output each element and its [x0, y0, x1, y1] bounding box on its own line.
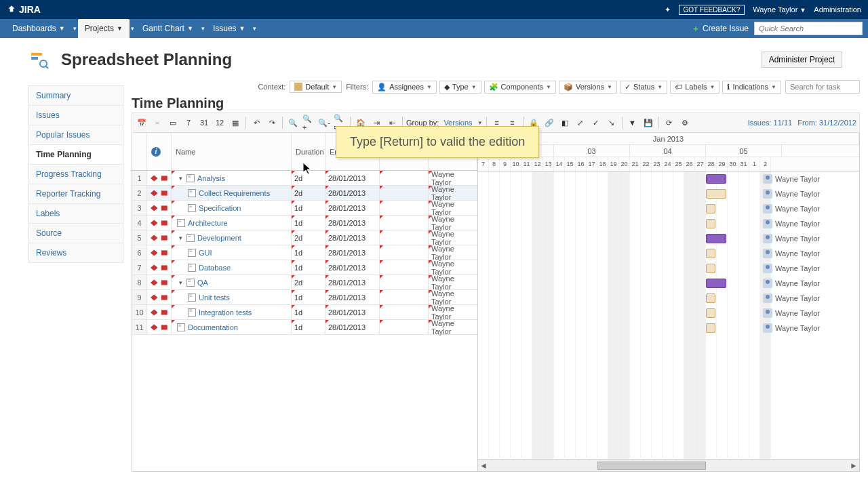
table-row[interactable]: 7Database1d28/01/2013Wayne Taylor [132, 260, 477, 275]
context-dropdown[interactable]: Default▼ [290, 81, 342, 93]
task-link[interactable]: Unit tests [199, 293, 230, 302]
redo-icon[interactable]: ↷ [265, 116, 279, 129]
view-31-icon[interactable]: 31 [197, 116, 211, 129]
predecessors-cell[interactable] [380, 230, 429, 245]
nav-issues[interactable]: Issues ▼ [206, 19, 252, 38]
gantt-bar[interactable] [706, 279, 726, 288]
task-link[interactable]: Development [197, 234, 241, 242]
sidebar-item-source[interactable]: Source [28, 224, 123, 243]
task-link[interactable]: Specification [199, 204, 241, 212]
table-row[interactable]: 3Specification1d28/01/2013Wayne Taylor [132, 201, 477, 216]
nav-dashboards[interactable]: Dashboards ▼ [5, 19, 72, 38]
gantt-bar[interactable] [706, 174, 726, 184]
assignee-cell[interactable]: Wayne Taylor [429, 320, 477, 334]
scroll-left-arrow[interactable]: ◄ [478, 461, 489, 470]
assignee-cell[interactable]: Wayne Taylor [429, 275, 477, 289]
filter-components[interactable]: 🧩Components▼ [484, 81, 556, 94]
table-row[interactable]: 4Architecture1d28/01/2013Wayne Taylor [132, 216, 477, 230]
quick-search-input[interactable] [754, 22, 863, 35]
assignee-cell[interactable]: Wayne Taylor [429, 216, 477, 230]
task-name-cell[interactable]: Specification [172, 201, 292, 215]
end-cell[interactable]: 28/01/2013 [326, 290, 380, 304]
gantt-bar[interactable] [706, 323, 715, 333]
gantt-bar[interactable] [706, 293, 715, 303]
task-name-cell[interactable]: Architecture [172, 216, 292, 230]
save-icon[interactable]: 💾 [642, 116, 655, 129]
view-12-icon[interactable]: 12 [213, 116, 226, 129]
gantt-row[interactable]: Wayne Taylor [478, 186, 859, 201]
end-cell[interactable]: 28/01/2013 [326, 320, 380, 334]
table-row[interactable]: 10Integration tests1d28/01/2013Wayne Tay… [132, 305, 477, 320]
sidebar-item-labels[interactable]: Labels [28, 204, 123, 224]
predecessors-cell[interactable] [380, 201, 429, 215]
gantt-row[interactable]: Wayne Taylor [478, 321, 859, 336]
collapse-icon[interactable]: − [151, 116, 164, 129]
task-name-cell[interactable]: Integration tests [172, 305, 292, 319]
predecessors-cell[interactable] [380, 275, 429, 289]
task-name-cell[interactable]: ▾QA [172, 275, 292, 289]
gantt-row[interactable]: Wayne Taylor [478, 231, 859, 246]
refresh-icon[interactable]: ⟳ [663, 116, 676, 129]
assignee-cell[interactable]: Wayne Taylor [429, 305, 477, 319]
task-link[interactable]: Analysis [197, 174, 225, 182]
end-cell[interactable]: 28/01/2013 [326, 216, 380, 230]
sidebar-item-time-planning[interactable]: Time Planning [28, 145, 123, 165]
table-row[interactable]: 5▾Development2d28/01/2013Wayne Taylor [132, 230, 477, 245]
task-link[interactable]: GUI [199, 249, 212, 257]
assignee-cell[interactable]: Wayne Taylor [429, 171, 477, 185]
duration-cell[interactable]: 2d [292, 230, 326, 245]
gantt-bar[interactable] [706, 219, 715, 228]
end-cell[interactable]: 28/01/2013 [326, 245, 380, 260]
task-link[interactable]: Database [199, 264, 231, 272]
gantt-bar[interactable] [706, 264, 715, 273]
duration-cell[interactable]: 1d [292, 245, 326, 260]
task-name-cell[interactable]: Collect Requirements [172, 186, 292, 200]
assignee-cell[interactable]: Wayne Taylor [429, 260, 477, 274]
view-365-icon[interactable]: ▦ [229, 116, 242, 129]
sidebar-item-progress-tracking[interactable]: Progress Tracking [28, 165, 123, 184]
predecessors-cell[interactable] [380, 260, 429, 274]
predecessors-cell[interactable] [380, 171, 429, 185]
nav-split-0[interactable]: ▾ [72, 19, 78, 38]
duration-cell[interactable]: 1d [292, 216, 326, 230]
gantt-row[interactable]: Wayne Taylor [478, 201, 859, 216]
task-link[interactable]: Collect Requirements [199, 189, 270, 197]
sidebar-item-popular-issues[interactable]: Popular Issues [28, 125, 123, 145]
gantt-row[interactable]: Wayne Taylor [478, 216, 859, 231]
duration-cell[interactable]: 1d [292, 320, 326, 334]
sidebar-item-issues[interactable]: Issues [28, 106, 123, 125]
end-cell[interactable]: 28/01/2013 [326, 275, 380, 289]
zoom-out-icon[interactable]: 🔍- [317, 116, 331, 129]
gantt-row[interactable]: Wayne Taylor [478, 306, 859, 321]
assignee-cell[interactable]: Wayne Taylor [429, 290, 477, 304]
task-link[interactable]: QA [197, 279, 208, 287]
baseline-icon[interactable]: ◧ [558, 116, 572, 129]
horizontal-scrollbar[interactable]: ◄ ► [478, 459, 859, 471]
arrow-icon[interactable]: ↘ [605, 116, 618, 129]
task-link[interactable]: Integration tests [199, 308, 252, 317]
feedback-link[interactable]: GOT FEEDBACK? [679, 5, 745, 15]
administer-project-button[interactable]: Administer Project [762, 52, 842, 68]
filter-status[interactable]: ✓Status▼ [620, 81, 667, 94]
col-name[interactable]: Name [172, 133, 292, 170]
undo-icon[interactable]: ↶ [250, 116, 263, 129]
zoom-in-icon[interactable]: 🔍+ [302, 116, 315, 129]
assignee-cell[interactable]: Wayne Taylor [429, 201, 477, 215]
table-row[interactable]: 2Collect Requirements2d28/01/2013Wayne T… [132, 186, 477, 201]
end-cell[interactable]: 28/01/2013 [326, 260, 380, 274]
task-name-cell[interactable]: Unit tests [172, 290, 292, 304]
nav-split-3[interactable]: ▾ [252, 19, 258, 38]
task-name-cell[interactable]: ▾Development [172, 230, 292, 245]
check-icon[interactable]: ✓ [589, 116, 603, 129]
predecessors-cell[interactable] [380, 186, 429, 200]
gantt-row[interactable]: Wayne Taylor [478, 291, 859, 306]
gantt-row[interactable]: Wayne Taylor [478, 261, 859, 276]
tree-toggle-icon[interactable]: ▾ [177, 279, 184, 286]
scroll-thumb[interactable] [597, 462, 706, 470]
nav-projects[interactable]: Projects ▼ [78, 19, 130, 38]
settings-icon[interactable]: ⚙ [678, 116, 692, 129]
administration-link[interactable]: Administration [814, 5, 861, 14]
duration-cell[interactable]: 1d [292, 201, 326, 215]
sidebar-item-summary[interactable]: Summary [28, 85, 123, 106]
duration-cell[interactable]: 2d [292, 186, 326, 200]
